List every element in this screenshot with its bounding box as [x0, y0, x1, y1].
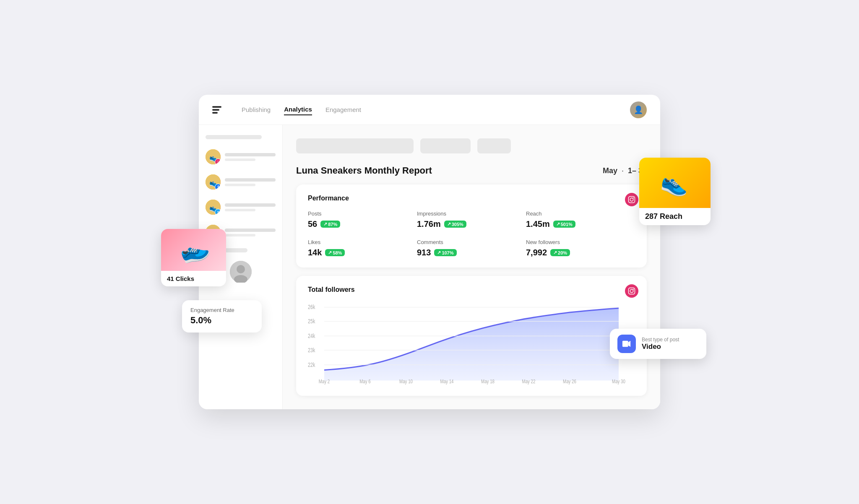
best-type-label: Best type of post: [642, 337, 679, 343]
sidebar-account-twitter[interactable]: t 👟: [206, 198, 276, 216]
account-line-sm: [225, 209, 255, 211]
svg-text:25k: 25k: [308, 318, 315, 325]
new-followers-badge: 20%: [550, 249, 570, 256]
impressions-value: 1.76m: [417, 219, 441, 229]
reach-value: 1.45m: [526, 219, 550, 229]
svg-text:May 2: May 2: [319, 379, 330, 384]
clicks-label: 41 Clicks: [161, 271, 226, 286]
reach-label: Reach: [526, 210, 635, 217]
followers-chart-svg: 26k 25k 24k 23k 22k May 2 May 6 May 10 M…: [308, 302, 635, 386]
sidebar-skeleton-1: [206, 135, 262, 139]
svg-point-13: [633, 197, 634, 198]
performance-card: Performance Posts 56 8: [296, 184, 647, 268]
posts-value: 56: [308, 219, 317, 229]
report-month: May: [603, 166, 617, 175]
likes-badge: 58%: [325, 249, 345, 256]
account-avatar-instagram:  👟: [206, 149, 221, 164]
account-line: [225, 203, 276, 207]
sh-skel-1: [296, 138, 414, 153]
clicks-image: 👟: [161, 229, 226, 271]
floating-engagement-card: Engagement Rate 5.0%: [182, 300, 262, 333]
nav-publishing[interactable]: Publishing: [242, 104, 271, 115]
nav-analytics[interactable]: Analytics: [284, 104, 312, 115]
svg-text:23k: 23k: [308, 347, 315, 354]
facebook-badge: f: [215, 184, 221, 190]
svg-text:May 22: May 22: [522, 379, 536, 384]
impressions-label: Impressions: [417, 210, 526, 217]
sh-skel-3: [477, 138, 511, 153]
likes-label: Likes: [308, 239, 417, 245]
metric-impressions: Impressions 1.76m 305%: [417, 210, 526, 229]
logo-bar-2: [212, 109, 219, 111]
metric-likes: Likes 14k 58%: [308, 239, 417, 257]
reach-badge: 501%: [553, 221, 575, 228]
svg-text:24k: 24k: [308, 333, 315, 340]
svg-text:May 14: May 14: [440, 379, 454, 384]
svg-text:May 26: May 26: [563, 379, 576, 384]
metric-comments: Comments 913 107%: [417, 239, 526, 257]
account-line: [225, 229, 276, 232]
comments-badge: 107%: [434, 249, 456, 256]
main-card: Publishing Analytics Engagement 👤  👟: [199, 95, 660, 409]
posts-label: Posts: [308, 210, 417, 217]
sub-header-row: [296, 138, 647, 153]
svg-text:May 30: May 30: [612, 379, 625, 384]
followers-chart-title: Total followers: [308, 286, 635, 294]
report-header: Luna Sneakers Monthly Report May · 1– 31: [296, 165, 647, 176]
svg-point-15: [630, 289, 633, 293]
performance-title: Performance: [308, 195, 635, 202]
instagram-icon: [625, 193, 638, 206]
sidebar-bottom-avatar[interactable]: [230, 261, 252, 283]
svg-text:May 18: May 18: [481, 379, 495, 384]
comments-value: 913: [417, 248, 431, 257]
svg-rect-35: [622, 341, 628, 347]
main-content: Luna Sneakers Monthly Report May · 1– 31…: [283, 125, 660, 409]
svg-rect-14: [629, 288, 635, 294]
metrics-grid: Posts 56 87% Impressions 1.76m 305%: [308, 210, 635, 257]
account-line: [225, 153, 276, 156]
nav-engagement[interactable]: Engagement: [325, 104, 361, 115]
logo: [212, 106, 221, 114]
chart-area: 26k 25k 24k 23k 22k May 2 May 6 May 10 M…: [308, 302, 635, 386]
likes-value: 14k: [308, 248, 322, 257]
sh-skel-2: [420, 138, 471, 153]
svg-point-16: [633, 289, 634, 290]
account-line-sm: [225, 184, 255, 186]
account-line-sm: [225, 158, 255, 161]
followers-chart-card: Total followers: [296, 276, 647, 396]
engagement-label: Engagement Rate: [190, 307, 253, 313]
svg-point-9: [237, 265, 245, 273]
metric-new-followers: New followers 7,992 20%: [526, 239, 635, 257]
video-icon: [617, 335, 636, 353]
impressions-badge: 305%: [444, 221, 466, 228]
svg-point-12: [630, 198, 633, 201]
svg-rect-11: [629, 197, 635, 203]
sidebar-account-facebook[interactable]: f 👟: [206, 173, 276, 191]
floating-reach-card: 👟 287 Reach: [639, 158, 711, 225]
reach-image: 👟: [639, 158, 711, 208]
account-avatar-facebook: f 👟: [206, 174, 221, 190]
comments-label: Comments: [417, 239, 526, 245]
logo-bar-3: [212, 112, 218, 114]
instagram-badge: : [215, 158, 221, 164]
svg-text:May 10: May 10: [399, 379, 413, 384]
best-text: Best type of post Video: [642, 337, 679, 351]
reach-value: 287 Reach: [645, 212, 682, 221]
metric-reach: Reach 1.45m 501%: [526, 210, 635, 229]
chart-instagram-icon: [625, 284, 638, 298]
new-followers-value: 7,992: [526, 248, 547, 257]
engagement-value: 5.0%: [190, 315, 253, 326]
sidebar-account-instagram[interactable]:  👟: [206, 148, 276, 166]
account-avatar-twitter: t 👟: [206, 200, 221, 215]
report-title: Luna Sneakers Monthly Report: [296, 165, 432, 176]
floating-clicks-card: 👟 41 Clicks: [161, 229, 226, 286]
best-type-value: Video: [642, 343, 679, 351]
posts-badge: 87%: [320, 221, 340, 228]
twitter-badge: t: [215, 209, 221, 215]
reach-label: 287 Reach: [639, 208, 711, 225]
content-area:  👟 f 👟: [199, 125, 660, 409]
user-avatar[interactable]: 👤: [630, 101, 647, 118]
floating-best-card: Best type of post Video: [610, 329, 706, 359]
svg-text:22k: 22k: [308, 362, 315, 369]
new-followers-label: New followers: [526, 239, 635, 245]
